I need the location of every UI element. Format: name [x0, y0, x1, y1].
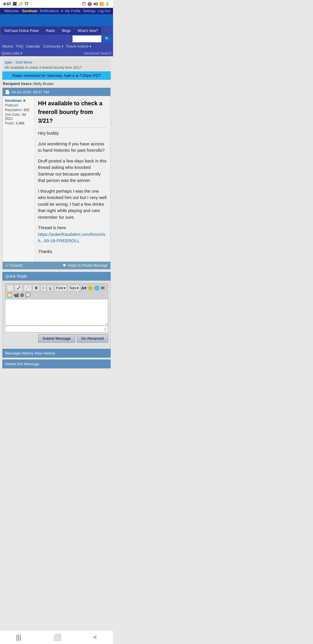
- table-icon[interactable]: ⊞: [20, 292, 24, 298]
- message-date: 04-02-2020, 09:37 PM: [12, 90, 49, 94]
- text-color-icon[interactable]: A▾: [81, 285, 86, 291]
- my-profile-link[interactable]: My Profile: [65, 9, 81, 13]
- signal-4g-icon: 4G: [93, 2, 98, 6]
- nav-blogs-btn[interactable]: Blogs: [59, 27, 74, 35]
- author-username-container: Gordman: [5, 98, 32, 103]
- nav-quicklinks-link[interactable]: Quick Links ▾: [2, 51, 22, 55]
- nav-community-link[interactable]: Community ▾: [43, 44, 63, 48]
- breadcrumb-sentitems[interactable]: Sent Items: [15, 60, 32, 64]
- online-indicator: [23, 100, 26, 102]
- email-icon[interactable]: ✉: [101, 285, 105, 291]
- reputation-row: Reputation: 832: [5, 108, 32, 112]
- reply-textarea[interactable]: [5, 299, 108, 325]
- welcome-text: Welcome,: [4, 9, 20, 13]
- posts-label: Posts:: [5, 121, 14, 125]
- toolbar-underline-btn[interactable]: U: [47, 285, 54, 291]
- joindate-label: Join Date:: [5, 113, 21, 117]
- size-dropdown-arrow: ▾: [77, 286, 79, 290]
- msg-para-2: Just wondering if you have access to han…: [38, 141, 107, 154]
- emoji-icon[interactable]: 😊: [88, 285, 93, 291]
- posts-value: 3,469: [16, 121, 24, 125]
- key-icon: 🔑: [18, 2, 23, 6]
- nav-calendar-link[interactable]: Calendar: [26, 44, 40, 48]
- quick-reply-header: Quick Reply: [2, 272, 111, 281]
- content-area: ages › Sent Items › HH available to chec…: [0, 56, 113, 388]
- breadcrumb-arrow-1: ›: [13, 61, 14, 64]
- toolbar-color-btn[interactable]: 🖍: [15, 285, 22, 291]
- more-icon[interactable]: 💬: [25, 292, 31, 298]
- nav-faq-link[interactable]: FAQ: [16, 44, 23, 48]
- message-history-btn[interactable]: Message History View History: [2, 349, 111, 358]
- blue-banner: [0, 14, 113, 26]
- recipient-label: Recipient Users:: [3, 82, 33, 86]
- breadcrumb-arrow-2: ›: [33, 61, 34, 64]
- main-nav: NoFraud Online Poker Radio Blogs What's …: [0, 26, 113, 44]
- recipient-row: Recipient Users: Belly Buster: [2, 80, 111, 88]
- reply-icon: 💬: [62, 263, 67, 267]
- forward-btn[interactable]: ↩ Forward: [6, 263, 22, 267]
- nav-whatsnew-btn[interactable]: What's New?: [74, 27, 101, 35]
- image-insert-icon[interactable]: 🌐: [94, 285, 100, 291]
- nav-forumactions-link[interactable]: Forum Actions ▾: [66, 44, 91, 48]
- video-icon[interactable]: 📹: [14, 292, 19, 298]
- toolbar-italic-btn[interactable]: I: [41, 285, 46, 291]
- quick-reply-box: ⠀ 🖍 🧹 B I U Font ▾ Size ▾ A▾ 😊 🌐 ✉ 🌅 📹 ⊞…: [2, 281, 111, 347]
- image-icon: 🖼: [13, 2, 17, 6]
- message-footer: ↩ Forward 💬 Reply to Private Message: [3, 262, 110, 269]
- time: 8:57: [3, 2, 11, 6]
- nav-albums-link[interactable]: Albums: [2, 44, 13, 48]
- signal-bars-icon: 📶: [99, 2, 104, 6]
- submit-message-btn[interactable]: Submit Message: [38, 334, 75, 343]
- user-sidebar: Gordman Platinum Reputation: 832 Join Da…: [3, 96, 34, 262]
- thread-link[interactable]: https://pokerfraudalert.com/forum/sh...0…: [38, 232, 105, 243]
- delete-message-btn[interactable]: Delete this Message: [2, 359, 111, 368]
- size-selector[interactable]: Size ▾: [68, 285, 80, 291]
- notifications-arrow: ▾: [61, 9, 63, 13]
- reply-btn[interactable]: 💬 Reply to Private Message: [62, 263, 108, 267]
- search-input[interactable]: [72, 35, 101, 42]
- message-icon: 📄: [5, 90, 10, 94]
- message-body: Gordman Platinum Reputation: 832 Join Da…: [3, 96, 110, 262]
- shield-icon: 🛡: [25, 2, 28, 6]
- top-nav: Welcome, Gordman Notifications ▾ My Prof…: [0, 8, 113, 14]
- status-right: ⏰ 🔇 4G 📶 🔋: [82, 2, 110, 6]
- msg-para-3: Druff posted a few days back in this thr…: [38, 158, 107, 184]
- msg-para-thanks: Thanks: [38, 248, 107, 255]
- message-content: Hey buddy Just wondering if you have acc…: [38, 130, 107, 255]
- font-selector[interactable]: Font ▾: [55, 285, 67, 291]
- breadcrumb-current: HH available to check a freeroll bounty …: [5, 66, 82, 70]
- advanced-search-link[interactable]: Advanced Search: [84, 51, 111, 55]
- breadcrumb-pages[interactable]: ages: [5, 60, 12, 64]
- reputation-label: Reputation:: [5, 108, 23, 112]
- msg-para-1: Hey buddy: [38, 130, 107, 137]
- log-out-link[interactable]: Log Out: [98, 9, 110, 13]
- notifications-link[interactable]: Notifications: [40, 9, 59, 13]
- toolbar-clear-btn[interactable]: 🧹: [23, 285, 32, 291]
- user-rank: Platinum: [5, 103, 32, 107]
- joindate-row: Join Date: Jul 2012: [5, 113, 32, 121]
- photo-icon[interactable]: 🌅: [7, 292, 12, 298]
- search-button[interactable]: 🔍: [103, 35, 112, 42]
- settings-link[interactable]: Settings: [83, 9, 95, 13]
- recipient-user: Belly Buster: [34, 82, 54, 86]
- toolbar-bold-btn[interactable]: B: [33, 285, 40, 291]
- mute-icon: 🔇: [88, 2, 92, 6]
- nav-nofraud-btn[interactable]: NoFraud Online Poker: [1, 27, 42, 35]
- author-username-link[interactable]: Gordman: [5, 98, 22, 103]
- font-dropdown-arrow: ▾: [64, 286, 65, 290]
- nav-radio-btn[interactable]: Radio: [43, 27, 58, 35]
- breadcrumb: ages › Sent Items › HH available to chec…: [2, 59, 111, 71]
- radio-banner: Radio scheduled for Saturday, April 4 at…: [2, 71, 111, 80]
- resize-handle[interactable]: //: [5, 326, 108, 332]
- message-text: HH available to check a freeroll bounty …: [34, 96, 110, 262]
- username-link[interactable]: Gordman: [22, 9, 37, 13]
- msg-para-thread: Thread is here https://pokerfraudalert.c…: [38, 225, 107, 244]
- msg-para-4: I thought perhaps I was the one who knoc…: [38, 188, 107, 221]
- toolbar-styles-btn[interactable]: ⠀: [7, 285, 14, 291]
- go-advanced-btn[interactable]: Go Advanced: [77, 334, 108, 343]
- posts-row: Posts: 3,469: [5, 121, 32, 125]
- message-title: HH available to check a freeroll bounty …: [38, 99, 107, 128]
- status-left: 8:57 🖼 🔑 🛡: [3, 2, 28, 6]
- alarm-icon: ⏰: [82, 2, 86, 6]
- battery-icon: 🔋: [105, 2, 110, 6]
